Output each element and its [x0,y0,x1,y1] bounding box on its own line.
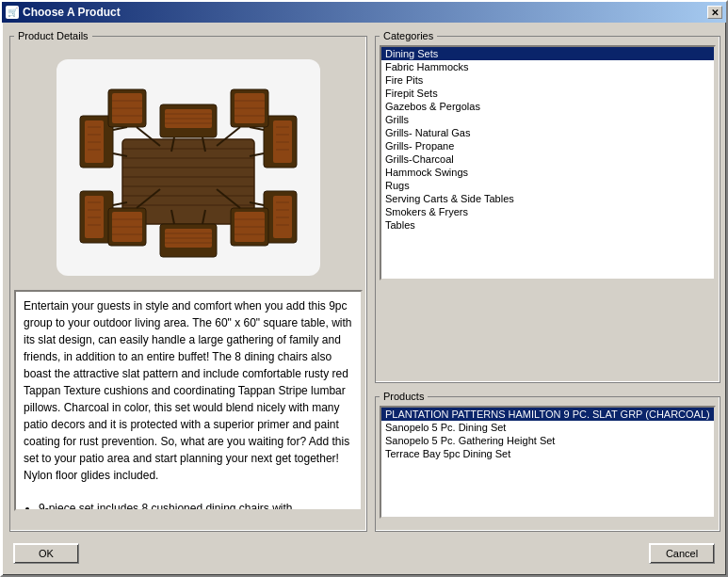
main-row: Product Details [9,30,719,532]
dining-set-image [66,69,311,266]
window-title: Choose A Product [23,6,121,19]
title-bar: 🛒 Choose A Product ✕ [2,2,726,23]
products-listbox[interactable]: PLANTATION PATTERNS HAMILTON 9 PC. SLAT … [380,406,716,519]
list-item[interactable]: Fire Pits [381,73,714,87]
list-item[interactable]: Firepit Sets [381,87,714,100]
list-item[interactable]: Terrace Bay 5pc Dining Set [381,447,714,460]
choose-product-window: 🛒 Choose A Product ✕ Product Details [0,0,728,577]
button-row: OK Cancel [9,539,719,568]
ok-button[interactable]: OK [13,543,79,564]
product-details-group: Product Details [9,30,367,532]
close-button[interactable]: ✕ [707,6,722,19]
list-item[interactable]: PLANTATION PATTERNS HAMILTON 9 PC. SLAT … [381,408,714,421]
right-panel: Categories Dining Sets Fabric Hammocks F… [375,30,720,532]
title-bar-text: 🛒 Choose A Product [6,6,121,19]
list-item[interactable]: Hammock Swings [381,166,714,179]
list-item[interactable]: Fabric Hammocks [381,60,714,73]
list-item[interactable]: Smokers & Fryers [381,205,714,218]
list-item[interactable]: Rugs [381,179,714,192]
cancel-button[interactable]: Cancel [649,543,715,564]
list-item[interactable]: Sanopelo 5 Pc. Gathering Height Set [381,434,714,447]
list-item[interactable]: Grills [381,113,714,126]
categories-group: Categories Dining Sets Fabric Hammocks F… [375,30,720,383]
product-image-box [57,59,320,276]
list-item[interactable]: Grills- Propane [381,139,714,152]
list-item[interactable]: Sanopelo 5 Pc. Dining Set [381,421,714,434]
categories-legend: Categories [380,30,437,41]
left-panel: Product Details [9,30,367,532]
description-area: Entertain your guests in style and comfo… [14,290,363,527]
list-item[interactable]: Grills-Charcoal [381,152,714,166]
categories-listbox[interactable]: Dining Sets Fabric Hammocks Fire Pits Fi… [380,45,716,280]
list-item[interactable]: Grills- Natural Gas [381,126,714,139]
products-legend: Products [380,391,428,402]
list-item[interactable]: Dining Sets [381,47,714,60]
list-item[interactable]: Serving Carts & Side Tables [381,192,714,205]
window-content: Product Details [2,23,726,575]
products-group: Products PLANTATION PATTERNS HAMILTON 9 … [375,391,720,532]
window-icon: 🛒 [6,6,19,19]
description-text[interactable]: Entertain your guests in style and comfo… [14,290,363,511]
list-item[interactable]: Tables [381,218,714,232]
list-item[interactable]: Gazebos & Pergolas [381,100,714,113]
product-image-area [14,45,363,290]
product-details-legend: Product Details [14,30,92,41]
